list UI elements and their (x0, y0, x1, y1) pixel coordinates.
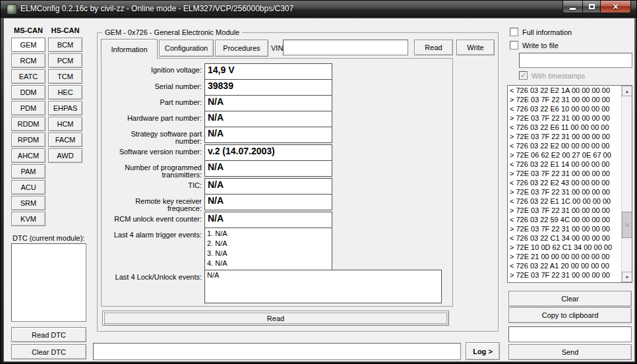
maximize-button[interactable] (582, 1, 601, 13)
field-row: Strategy software part number:N/A (104, 127, 450, 145)
log-listbox[interactable]: < 726 03 22 E2 1A 00 00 00 00> 72E 03 7F… (507, 85, 632, 283)
status-log-input[interactable] (93, 343, 461, 360)
clear-dtc-button[interactable]: Clear DTC (11, 344, 86, 359)
dtc-listbox[interactable] (11, 243, 86, 322)
log-entry[interactable]: < 726 03 22 59 4C 00 00 00 00 (508, 215, 632, 224)
log-entry[interactable]: > 72E 03 7F 22 31 00 00 00 00 (508, 206, 632, 215)
checkbox-icon (510, 41, 518, 49)
module-button-srm[interactable]: SRM (11, 196, 46, 210)
log-rows: < 726 03 22 E2 1A 00 00 00 00> 72E 03 7F… (508, 86, 632, 280)
fields-container: Ignition voltage:14,9 VSerial number:398… (104, 63, 450, 303)
module-button-pdm[interactable]: PDM (11, 101, 46, 115)
clear-log-button[interactable]: Clear (508, 291, 632, 307)
scrollbar-thumb[interactable]: ≡ (622, 212, 632, 238)
send-button[interactable]: Send (508, 344, 632, 360)
with-timestamps-checkbox: ✓ With timestamps (519, 71, 585, 80)
log-entry[interactable]: > 72E 03 7F 22 31 00 00 00 00 (508, 132, 632, 141)
alarm-event-line: 3. N/A (207, 249, 330, 258)
copy-to-clipboard-button[interactable]: Copy to clipboard (508, 307, 632, 323)
log-entry[interactable]: < 726 03 22 E6 11 00 00 00 00 (508, 123, 632, 132)
field-row: Part number:N/A (104, 96, 450, 111)
scroll-down-button[interactable]: ▼ (622, 272, 632, 282)
minimize-button[interactable] (562, 1, 582, 13)
module-button-bcm[interactable]: BCM (48, 38, 82, 52)
module-button-ehpas[interactable]: EHPAS (48, 101, 82, 115)
module-button-pcm[interactable]: PCM (48, 53, 82, 68)
module-button-tcm[interactable]: TCM (48, 69, 82, 84)
module-button-ahcm[interactable]: AHCM (11, 148, 46, 163)
field-value-8: N/A (204, 178, 332, 195)
checkbox-icon (510, 28, 518, 36)
ms-can-buttons: GEMRCMEATCDDMPDMRDDMRPDMAHCMPAMACUSRMKVM (11, 38, 46, 228)
hs-can-buttons: BCMPCMTCMHECEHPASHCMFACMAWD (48, 38, 82, 164)
field-row: Number of programmed transmitters:N/A (104, 161, 450, 179)
module-button-awd[interactable]: AWD (48, 148, 82, 163)
log-entry[interactable]: < 726 03 22 C1 34 00 00 00 00 (508, 233, 632, 243)
alarm-event-line: 1. N/A (207, 229, 330, 239)
vin-write-button[interactable]: Write (456, 40, 495, 55)
full-information-checkbox[interactable]: Full information (510, 28, 572, 36)
module-button-gem[interactable]: GEM (11, 38, 46, 52)
log-entry[interactable]: < 726 03 22 A1 20 00 00 00 00 (508, 261, 632, 270)
log-entry[interactable]: > 72E 03 7F 22 31 00 00 00 00 (508, 270, 632, 280)
module-button-rpdm[interactable]: RPDM (11, 133, 46, 147)
app-window: ELMConfig 0.2.16c by civil-zz - Online m… (0, 0, 637, 364)
module-button-rcm[interactable]: RCM (11, 53, 46, 68)
thumb-grip-icon: ≡ (625, 222, 628, 228)
module-group-title: GEM - 0x726 - General Electronic Module (102, 28, 242, 36)
field-row: Last 4 Lock/Unlock events:N/A (104, 270, 450, 303)
log-entry[interactable]: < 726 03 22 E2 1A 00 00 00 00 (508, 86, 632, 95)
module-button-hcm[interactable]: HCM (48, 117, 82, 131)
log-scrollbar[interactable]: ▲ ≡ ▼ (621, 86, 632, 282)
information-panel: Ignition voltage:14,9 VSerial number:398… (101, 58, 453, 307)
module-button-ddm[interactable]: DDM (11, 85, 46, 100)
module-button-kvm[interactable]: KVM (11, 212, 46, 226)
field-value-6: v.2 (14.07.2003) (204, 144, 332, 161)
field-value-10: N/A (204, 212, 332, 228)
file-path-input[interactable] (519, 53, 632, 68)
tab-configuration[interactable]: Configuration (159, 40, 214, 57)
read-dtc-button[interactable]: Read DTC (11, 327, 86, 342)
log-entry[interactable]: < 726 03 22 E2 00 00 00 00 00 (508, 141, 632, 150)
log-entry[interactable]: > 72E 03 7F 22 31 00 00 00 00 (508, 113, 632, 123)
module-button-rddm[interactable]: RDDM (11, 117, 46, 131)
field-row: Ignition voltage:14,9 V (104, 63, 450, 80)
field-row: Software version number:v.2 (14.07.2003) (104, 145, 450, 161)
send-command-input[interactable] (508, 326, 632, 342)
close-button[interactable]: × (601, 1, 631, 13)
log-entry[interactable]: > 72E 03 7F 22 31 00 00 00 00 (508, 169, 632, 178)
module-button-pam[interactable]: PAM (11, 164, 46, 179)
module-button-eatc[interactable]: EATC (11, 69, 46, 84)
log-entry[interactable]: > 72E 06 62 E2 00 27 0E 67 00 (508, 150, 632, 160)
write-to-file-checkbox[interactable]: Write to file (510, 41, 559, 49)
log-entry[interactable]: < 726 03 22 E1 14 00 00 00 00 (508, 160, 632, 169)
field-label: Last 4 alarm trigger events: (104, 228, 204, 239)
log-entry[interactable]: > 72E 10 0D 62 C1 34 00 00 00 (508, 243, 632, 252)
log-entry[interactable]: < 726 03 22 E2 43 00 00 00 00 (508, 178, 632, 187)
alarm-event-line: 4. N/A (207, 258, 330, 268)
field-label: Serial number: (104, 80, 204, 90)
module-button-facm[interactable]: FACM (48, 133, 82, 147)
scroll-up-button[interactable]: ▲ (622, 86, 632, 96)
field-label: Last 4 Lock/Unlock events: (104, 270, 204, 281)
title-bar[interactable]: ELMConfig 0.2.16c by civil-zz - Online m… (1, 1, 636, 18)
tab-procedures[interactable]: Procedures (215, 40, 268, 57)
log-entry[interactable]: > 72E 03 7F 22 31 00 00 00 00 (508, 95, 632, 104)
tab-information[interactable]: Information (101, 39, 158, 59)
checkmark-icon: ✓ (519, 71, 528, 80)
module-button-hec[interactable]: HEC (48, 85, 82, 100)
log-toggle-button[interactable]: Log > (466, 342, 500, 360)
vin-input[interactable] (283, 40, 408, 55)
log-entry[interactable]: > 72E 03 7F 22 31 00 00 00 00 (508, 187, 632, 197)
read-module-button[interactable]: Read (102, 311, 449, 326)
lock-unlock-events-box: N/A (204, 270, 442, 303)
with-timestamps-label: With timestamps (531, 72, 585, 80)
module-button-acu[interactable]: ACU (11, 180, 46, 195)
log-entry[interactable]: < 726 03 22 E6 10 00 00 00 00 (508, 104, 632, 113)
vin-read-button[interactable]: Read (414, 40, 453, 55)
minimize-icon (570, 8, 576, 10)
log-entry[interactable]: > 72E 21 00 00 00 00 00 00 00 (508, 252, 632, 261)
field-value-4: N/A (204, 111, 332, 127)
log-entry[interactable]: < 726 03 22 E1 1C 00 00 00 00 (508, 197, 632, 206)
log-entry[interactable]: > 72E 03 7F 22 31 00 00 00 00 (508, 224, 632, 233)
